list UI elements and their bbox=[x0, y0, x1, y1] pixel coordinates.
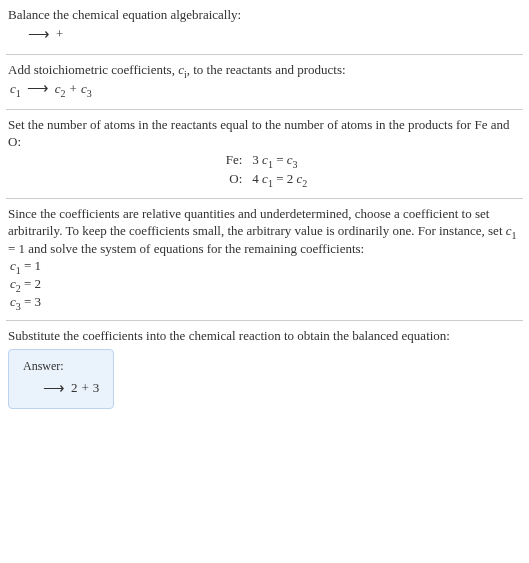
solution-line: c2 = 2 bbox=[10, 275, 521, 293]
balanced-equation: ⟶ 2 + 3 bbox=[23, 378, 99, 398]
reaction-arrow-icon: ⟶ bbox=[25, 78, 51, 98]
text: , to the reactants and products: bbox=[187, 62, 346, 77]
var: c3 bbox=[10, 294, 21, 309]
text: Since the coefficients are relative quan… bbox=[8, 206, 506, 239]
equation-row: 3 c1 = c3 bbox=[252, 151, 521, 169]
lhs-coef: 3 bbox=[252, 152, 262, 167]
section-atom-balance: Set the number of atoms in the reactants… bbox=[0, 110, 529, 198]
lhs-coef: 4 bbox=[252, 171, 262, 186]
var-sub: 3 bbox=[293, 158, 298, 169]
var-sub: 3 bbox=[87, 87, 92, 98]
coefficient-b: 3 bbox=[93, 379, 100, 397]
var: c1 bbox=[262, 171, 273, 186]
reaction-arrow-icon: ⟶ bbox=[26, 24, 52, 44]
section-title: Substitute the coefficients into the che… bbox=[8, 327, 521, 345]
answer-label: Answer: bbox=[23, 358, 99, 374]
var: c1 bbox=[10, 258, 21, 273]
solution-line: c1 = 1 bbox=[10, 257, 521, 275]
var: c2 bbox=[296, 171, 307, 186]
reaction-arrow-icon: ⟶ bbox=[41, 378, 67, 398]
section-title: Since the coefficients are relative quan… bbox=[8, 205, 521, 258]
section-solve: Since the coefficients are relative quan… bbox=[0, 199, 529, 320]
val: = 1 bbox=[21, 258, 41, 273]
var-sub: 2 bbox=[302, 178, 307, 189]
coef-c1: c1 bbox=[10, 80, 21, 98]
var: c3 bbox=[287, 152, 298, 167]
equals: = bbox=[273, 171, 287, 186]
section-title: Balance the chemical equation algebraica… bbox=[8, 6, 521, 24]
element-label: Fe: bbox=[12, 151, 242, 169]
coef-c2: c2 bbox=[55, 80, 66, 98]
val: = 3 bbox=[21, 294, 41, 309]
var: c1 bbox=[506, 223, 517, 238]
section-answer: Substitute the coefficients into the che… bbox=[0, 321, 529, 419]
equation-row: 4 c1 = 2 c2 bbox=[252, 170, 521, 188]
answer-box: Answer: ⟶ 2 + 3 bbox=[8, 349, 114, 409]
unbalanced-equation: ⟶ + bbox=[8, 24, 521, 44]
equals-one: = 1 bbox=[8, 241, 25, 256]
solution-lines: c1 = 1 c2 = 2 c3 = 3 bbox=[8, 257, 521, 310]
plus-sign: + bbox=[56, 25, 63, 43]
section-title: Add stoichiometric coefficients, ci, to … bbox=[8, 61, 521, 79]
coef-c3: c3 bbox=[81, 80, 92, 98]
text: Add stoichiometric coefficients, bbox=[8, 62, 178, 77]
plus-sign: + bbox=[82, 379, 89, 397]
val: = 2 bbox=[21, 276, 41, 291]
section-balance: Balance the chemical equation algebraica… bbox=[0, 0, 529, 54]
var: c1 bbox=[262, 152, 273, 167]
equals: = bbox=[273, 152, 287, 167]
coefficient-symbol: ci bbox=[178, 62, 187, 77]
solution-line: c3 = 3 bbox=[10, 293, 521, 311]
var-sub: 2 bbox=[61, 87, 66, 98]
section-title: Set the number of atoms in the reactants… bbox=[8, 116, 521, 151]
var-sub: 1 bbox=[512, 230, 517, 241]
plus-sign: + bbox=[70, 80, 77, 98]
var-sub: 1 bbox=[16, 87, 21, 98]
section-add-coefficients: Add stoichiometric coefficients, ci, to … bbox=[0, 55, 529, 109]
text: and solve the system of equations for th… bbox=[25, 241, 364, 256]
atom-equations-table: Fe: 3 c1 = c3 O: 4 c1 = 2 c2 bbox=[8, 151, 521, 188]
coefficient-equation: c1 ⟶ c2 + c3 bbox=[8, 78, 521, 98]
element-label: O: bbox=[12, 170, 242, 188]
var: c2 bbox=[10, 276, 21, 291]
coefficient-a: 2 bbox=[71, 379, 78, 397]
